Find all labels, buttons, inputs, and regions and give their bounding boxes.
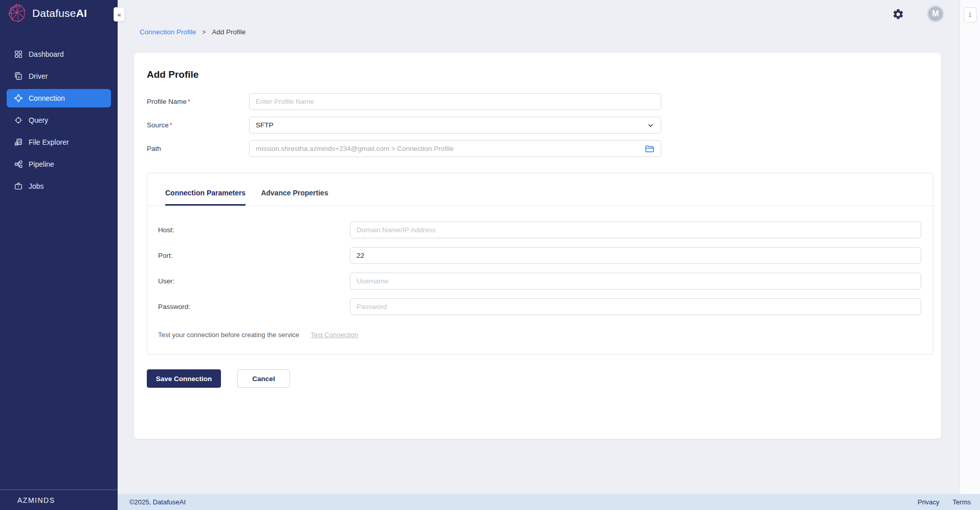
source-select[interactable]: SFTP <box>249 117 661 134</box>
connection-nodes-icon <box>14 94 23 103</box>
sidebar-item-label: Jobs <box>29 182 44 190</box>
svg-text:p: p <box>18 75 20 79</box>
dashboard-grid-icon <box>14 50 23 59</box>
breadcrumb-separator-icon: > <box>202 29 206 36</box>
brand-logo[interactable]: DatafuseAI <box>0 0 118 27</box>
tab-bar: Connection Parameters Advance Properties <box>147 173 933 206</box>
sidebar-item-dashboard[interactable]: Dashboard <box>7 45 111 63</box>
source-label: Source* <box>147 121 172 129</box>
privacy-link[interactable]: Privacy <box>918 498 940 506</box>
password-input[interactable] <box>350 298 921 315</box>
footer-links: Privacy Terms <box>918 498 971 506</box>
sidebar-item-driver[interactable]: p Driver <box>7 67 111 85</box>
add-profile-card: Add Profile Profile Name* Source* SFTP P… <box>134 53 941 439</box>
sidebar-footer-brand: AZMINDS <box>0 490 118 510</box>
sidebar-item-query[interactable]: Query <box>7 111 111 129</box>
main-content: M Connection Profile > Add Profile Add P… <box>118 0 960 494</box>
sidebar-item-pipeline[interactable]: Pipeline <box>7 155 111 173</box>
user-label: User: <box>158 277 174 285</box>
sidebar-item-label: Driver <box>29 72 48 80</box>
required-asterisk: * <box>188 98 190 105</box>
sidebar-item-label: Dashboard <box>29 50 64 58</box>
sidebar-item-file-explorer[interactable]: File Explorer <box>7 133 111 151</box>
sidebar-item-connection[interactable]: Connection <box>7 89 111 107</box>
folder-browse-icon[interactable] <box>644 144 655 154</box>
sidebar-item-label: File Explorer <box>29 138 69 146</box>
cancel-button[interactable]: Cancel <box>237 369 290 388</box>
page-title: Add Profile <box>147 69 198 80</box>
query-crosshair-icon <box>14 116 23 125</box>
driver-icon: p <box>14 72 23 81</box>
sidebar: DatafuseAI Dashboard p Driver <box>0 0 118 510</box>
host-input[interactable] <box>350 221 921 238</box>
tab-advance-properties[interactable]: Advance Properties <box>261 189 328 206</box>
pipeline-icon <box>14 160 23 169</box>
file-explorer-icon <box>14 138 23 147</box>
datafuse-logo-icon <box>6 3 28 24</box>
info-icon[interactable]: i <box>964 7 977 23</box>
settings-gear-icon[interactable] <box>892 8 904 20</box>
brand-name: DatafuseAI <box>32 7 87 19</box>
path-value: mission.shrestha.azminds+234@gmail.com >… <box>256 145 454 152</box>
path-input[interactable]: mission.shrestha.azminds+234@gmail.com >… <box>249 140 661 157</box>
jobs-briefcase-icon <box>14 182 23 191</box>
test-connection-link[interactable]: Test Connection <box>310 331 358 339</box>
port-input[interactable] <box>350 247 921 264</box>
breadcrumb-connection-profile[interactable]: Connection Profile <box>140 28 196 36</box>
sidebar-item-label: Pipeline <box>29 160 54 168</box>
right-utility-strip: i <box>960 0 980 494</box>
terms-link[interactable]: Terms <box>953 498 971 506</box>
sidebar-nav: Dashboard p Driver Connection <box>0 45 118 195</box>
source-selected-value: SFTP <box>256 121 274 129</box>
connection-settings-panel: Connection Parameters Advance Properties… <box>147 173 933 354</box>
breadcrumb: Connection Profile > Add Profile <box>140 28 246 36</box>
chevron-down-icon <box>647 121 655 129</box>
form-actions: Save Connection Cancel <box>147 369 290 388</box>
copyright-text: ©2025, DatafuseAI <box>129 498 186 506</box>
test-connection-row: Test your connection before creating the… <box>158 331 358 339</box>
user-avatar[interactable]: M <box>927 5 944 23</box>
tab-connection-parameters[interactable]: Connection Parameters <box>165 189 246 206</box>
sidebar-item-label: Query <box>29 116 48 124</box>
breadcrumb-add-profile: Add Profile <box>212 28 246 36</box>
app-footer: ©2025, DatafuseAI Privacy Terms <box>118 494 980 510</box>
profile-name-input[interactable] <box>249 93 661 110</box>
password-label: Password: <box>158 303 190 311</box>
required-asterisk: * <box>170 121 172 129</box>
host-label: Host: <box>158 226 174 234</box>
save-connection-button[interactable]: Save Connection <box>147 369 221 388</box>
user-input[interactable] <box>350 273 921 290</box>
sidebar-collapse-button[interactable]: « <box>114 7 125 21</box>
profile-name-label: Profile Name* <box>147 98 190 105</box>
test-connection-hint: Test your connection before creating the… <box>158 331 299 339</box>
path-label: Path <box>147 145 161 152</box>
sidebar-item-label: Connection <box>29 94 65 102</box>
sidebar-item-jobs[interactable]: Jobs <box>7 177 111 195</box>
port-label: Port: <box>158 252 173 259</box>
